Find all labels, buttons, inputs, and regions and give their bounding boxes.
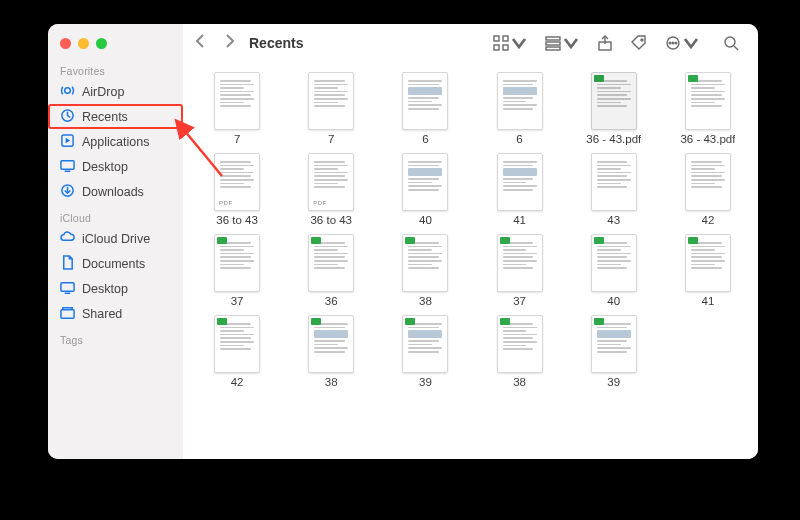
file-name-label: 36 xyxy=(325,295,338,307)
sidebar-item-label: iCloud Drive xyxy=(82,232,150,246)
file-item[interactable]: 39 xyxy=(389,315,461,388)
icloud-icon xyxy=(60,230,75,248)
file-thumbnail xyxy=(685,72,731,130)
file-thumbnail xyxy=(591,153,637,211)
sidebar-item-documents[interactable]: Documents xyxy=(48,251,183,276)
file-item[interactable]: 36 - 43.pdf xyxy=(578,72,650,145)
file-item[interactable]: 6 xyxy=(483,72,555,145)
file-item[interactable]: 40 xyxy=(389,153,461,226)
sidebar-item-applications[interactable]: Applications xyxy=(48,129,183,154)
sidebar-item-recents[interactable]: Recents xyxy=(48,104,183,129)
sidebar-item-label: Desktop xyxy=(82,282,128,296)
file-item[interactable]: 38 xyxy=(389,234,461,307)
documents-icon xyxy=(60,255,75,273)
file-item[interactable]: 36 to 43 xyxy=(201,153,273,226)
file-name-label: 7 xyxy=(234,133,240,145)
file-name-label: 36 to 43 xyxy=(310,214,352,226)
file-thumbnail xyxy=(591,234,637,292)
sidebar-item-label: Documents xyxy=(82,257,145,271)
close-window-button[interactable] xyxy=(60,38,71,49)
svg-point-20 xyxy=(672,42,674,44)
sidebar-item-airdrop[interactable]: AirDrop xyxy=(48,79,183,104)
file-thumbnail xyxy=(214,72,260,130)
file-item[interactable]: 7 xyxy=(201,72,273,145)
sidebar-item-label: Applications xyxy=(82,135,149,149)
desktop-icon xyxy=(60,280,75,298)
back-button[interactable] xyxy=(191,32,211,53)
file-thumbnail xyxy=(308,315,354,373)
fullscreen-window-button[interactable] xyxy=(96,38,107,49)
file-item[interactable]: 41 xyxy=(483,153,555,226)
file-item[interactable]: 7 xyxy=(295,72,367,145)
file-name-label: 40 xyxy=(419,214,432,226)
sidebar-item-label: Recents xyxy=(82,110,128,124)
file-thumbnail xyxy=(497,72,543,130)
file-item[interactable]: 36 to 43 xyxy=(295,153,367,226)
sidebar-item-label: AirDrop xyxy=(82,85,124,99)
recents-icon xyxy=(60,108,75,126)
file-name-label: 38 xyxy=(513,376,526,388)
file-item[interactable]: 42 xyxy=(672,153,744,226)
window-controls xyxy=(48,34,183,57)
file-item[interactable]: 37 xyxy=(201,234,273,307)
file-name-label: 41 xyxy=(513,214,526,226)
svg-rect-10 xyxy=(503,36,508,41)
sidebar-item-label: Downloads xyxy=(82,185,144,199)
file-item[interactable]: 39 xyxy=(578,315,650,388)
search-button[interactable] xyxy=(718,32,744,54)
svg-rect-9 xyxy=(494,36,499,41)
svg-rect-14 xyxy=(546,42,560,45)
file-name-label: 38 xyxy=(419,295,432,307)
file-item[interactable]: 40 xyxy=(578,234,650,307)
file-item[interactable]: 43 xyxy=(578,153,650,226)
file-item[interactable]: 41 xyxy=(672,234,744,307)
file-item[interactable]: 6 xyxy=(389,72,461,145)
toolbar: Recents xyxy=(183,24,758,62)
file-item[interactable]: 36 - 43.pdf xyxy=(672,72,744,145)
shared-icon xyxy=(60,305,75,323)
file-item[interactable]: 42 xyxy=(201,315,273,388)
file-name-label: 38 xyxy=(325,376,338,388)
svg-point-22 xyxy=(725,37,735,47)
applications-icon xyxy=(60,133,75,151)
view-mode-icon-grid-button[interactable] xyxy=(488,32,532,54)
sidebar-item-label: Desktop xyxy=(82,160,128,174)
file-thumbnail xyxy=(685,153,731,211)
file-item[interactable]: 38 xyxy=(483,315,555,388)
file-name-label: 37 xyxy=(513,295,526,307)
file-thumbnail xyxy=(497,153,543,211)
sidebar-section-label: iCloud xyxy=(48,204,183,226)
file-item[interactable]: 37 xyxy=(483,234,555,307)
file-item[interactable]: 38 xyxy=(295,315,367,388)
file-name-label: 36 - 43.pdf xyxy=(586,133,641,145)
sidebar-item-downloads[interactable]: Downloads xyxy=(48,179,183,204)
file-grid[interactable]: 776636 - 43.pdf36 - 43.pdf36 to 4336 to … xyxy=(183,62,758,459)
file-item[interactable]: 36 xyxy=(295,234,367,307)
finder-window: FavoritesAirDropRecentsApplicationsDeskt… xyxy=(48,24,758,459)
desktop-icon xyxy=(60,158,75,176)
file-name-label: 36 - 43.pdf xyxy=(680,133,735,145)
airdrop-icon xyxy=(60,83,75,101)
sidebar-section-label: Favorites xyxy=(48,57,183,79)
file-thumbnail xyxy=(308,153,354,211)
more-actions-button[interactable] xyxy=(660,32,704,54)
file-name-label: 39 xyxy=(419,376,432,388)
sidebar-item-shared[interactable]: Shared xyxy=(48,301,183,326)
file-name-label: 37 xyxy=(231,295,244,307)
file-name-label: 6 xyxy=(516,133,522,145)
file-thumbnail xyxy=(214,153,260,211)
tags-button[interactable] xyxy=(626,32,652,54)
group-by-button[interactable] xyxy=(540,32,584,54)
sidebar-item-desktop[interactable]: Desktop xyxy=(48,276,183,301)
svg-point-19 xyxy=(669,42,671,44)
minimize-window-button[interactable] xyxy=(78,38,89,49)
sidebar-item-desktop[interactable]: Desktop xyxy=(48,154,183,179)
svg-rect-11 xyxy=(494,45,499,50)
sidebar-item-icloud-drive[interactable]: iCloud Drive xyxy=(48,226,183,251)
file-thumbnail xyxy=(591,72,637,130)
svg-rect-6 xyxy=(61,282,74,290)
file-name-label: 42 xyxy=(231,376,244,388)
share-button[interactable] xyxy=(592,32,618,54)
file-thumbnail xyxy=(497,315,543,373)
forward-button[interactable] xyxy=(219,32,239,53)
